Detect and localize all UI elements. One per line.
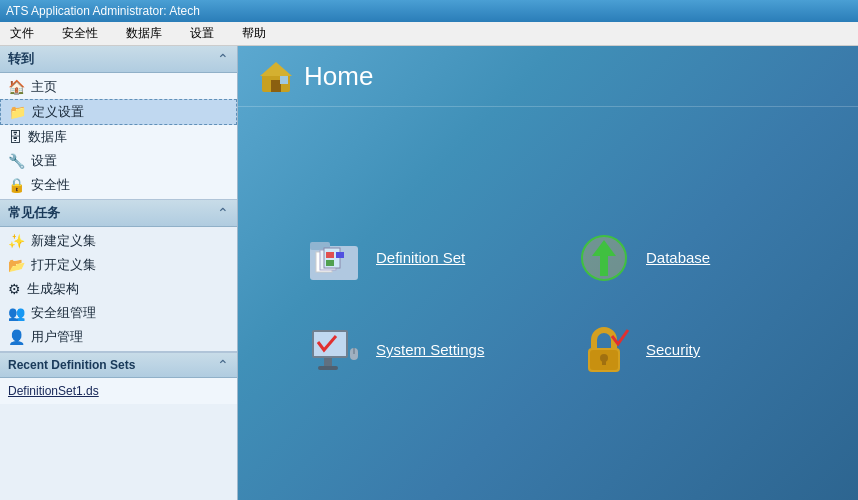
- svg-rect-24: [602, 359, 606, 365]
- user-mgmt-icon: 👤: [8, 329, 25, 345]
- recent-item-1[interactable]: DefinitionSet1.ds: [8, 382, 229, 400]
- task-user-mgmt-label: 用户管理: [31, 328, 83, 346]
- database-label: Database: [646, 249, 710, 266]
- title-text: ATS Application Administrator: Atech: [6, 4, 200, 18]
- main-layout: 转到 ⌃ 🏠 主页 📁 定义设置 🗄 数据库 🔧 设置: [0, 46, 858, 500]
- sidebar: 转到 ⌃ 🏠 主页 📁 定义设置 🗄 数据库 🔧 设置: [0, 46, 238, 500]
- navigate-section-title: 转到: [8, 50, 34, 68]
- recent-collapse-icon: ⌃: [217, 357, 229, 373]
- sidebar-item-security[interactable]: 🔒 安全性: [0, 173, 237, 197]
- task-open-def-label: 打开定义集: [31, 256, 96, 274]
- grid-item-system-settings[interactable]: System Settings: [278, 304, 548, 396]
- page-title: Home: [304, 61, 373, 92]
- system-settings-icon: [308, 324, 360, 376]
- tasks-section-header[interactable]: 常见任务 ⌃: [0, 200, 237, 227]
- task-sec-group-label: 安全组管理: [31, 304, 96, 322]
- svg-rect-11: [336, 252, 344, 258]
- sidebar-item-settings[interactable]: 🔧 设置: [0, 149, 237, 173]
- grid-item-definition-set[interactable]: Definition Set: [278, 212, 548, 304]
- sidebar-item-database[interactable]: 🗄 数据库: [0, 125, 237, 149]
- grid-item-database[interactable]: Database: [548, 212, 818, 304]
- home-icon: 🏠: [8, 79, 25, 95]
- task-open-def[interactable]: 📂 打开定义集: [0, 253, 237, 277]
- recent-section-title: Recent Definition Sets: [8, 358, 135, 372]
- tasks-collapse-icon: ⌃: [217, 205, 229, 221]
- navigate-section: 转到 ⌃ 🏠 主页 📁 定义设置 🗄 数据库 🔧 设置: [0, 46, 237, 200]
- sidebar-item-settings-label: 设置: [31, 152, 57, 170]
- svg-rect-9: [326, 252, 334, 258]
- database-nav-icon: 🗄: [8, 129, 22, 145]
- sidebar-item-defset-label: 定义设置: [32, 103, 84, 121]
- recent-items: DefinitionSet1.ds: [0, 378, 237, 404]
- database-icon: [578, 232, 630, 284]
- menu-file[interactable]: 文件: [4, 23, 40, 44]
- gen-struct-icon: ⚙: [8, 281, 21, 297]
- definition-set-icon: [308, 232, 360, 284]
- menu-bar: 文件 安全性 数据库 设置 帮助: [0, 22, 858, 46]
- svg-rect-10: [326, 260, 334, 266]
- content-area: Home: [238, 46, 858, 500]
- menu-help[interactable]: 帮助: [236, 23, 272, 44]
- content-grid: Definition Set Database: [238, 107, 858, 500]
- sidebar-item-security-label: 安全性: [31, 176, 70, 194]
- menu-database[interactable]: 数据库: [120, 23, 168, 44]
- grid-item-security[interactable]: Security: [548, 304, 818, 396]
- sec-group-icon: 👥: [8, 305, 25, 321]
- content-header: Home: [238, 46, 858, 107]
- security-label: Security: [646, 341, 700, 358]
- svg-rect-18: [318, 366, 338, 370]
- title-bar: ATS Application Administrator: Atech: [0, 0, 858, 22]
- task-new-def[interactable]: ✨ 新建定义集: [0, 229, 237, 253]
- new-def-icon: ✨: [8, 233, 25, 249]
- svg-rect-2: [271, 80, 281, 92]
- security-icon: [578, 324, 630, 376]
- defset-icon: 📁: [9, 104, 26, 120]
- task-gen-struct[interactable]: ⚙ 生成架构: [0, 277, 237, 301]
- tasks-section: 常见任务 ⌃ ✨ 新建定义集 📂 打开定义集 ⚙ 生成架构 👥 安: [0, 200, 237, 352]
- navigate-section-header[interactable]: 转到 ⌃: [0, 46, 237, 73]
- task-new-def-label: 新建定义集: [31, 232, 96, 250]
- sidebar-item-home-label: 主页: [31, 78, 57, 96]
- task-user-mgmt[interactable]: 👤 用户管理: [0, 325, 237, 349]
- definition-set-label: Definition Set: [376, 249, 465, 266]
- tasks-items: ✨ 新建定义集 📂 打开定义集 ⚙ 生成架构 👥 安全组管理 👤 用户: [0, 227, 237, 351]
- task-sec-group[interactable]: 👥 安全组管理: [0, 301, 237, 325]
- open-def-icon: 📂: [8, 257, 25, 273]
- svg-marker-1: [260, 62, 292, 76]
- tasks-section-title: 常见任务: [8, 204, 60, 222]
- recent-section: Recent Definition Sets ⌃ DefinitionSet1.…: [0, 352, 237, 500]
- menu-settings[interactable]: 设置: [184, 23, 220, 44]
- sidebar-item-home[interactable]: 🏠 主页: [0, 75, 237, 99]
- sidebar-item-defset[interactable]: 📁 定义设置: [0, 99, 237, 125]
- security-nav-icon: 🔒: [8, 177, 25, 193]
- navigate-collapse-icon: ⌃: [217, 51, 229, 67]
- menu-security[interactable]: 安全性: [56, 23, 104, 44]
- settings-nav-icon: 🔧: [8, 153, 25, 169]
- system-settings-label: System Settings: [376, 341, 484, 358]
- recent-section-header[interactable]: Recent Definition Sets ⌃: [0, 353, 237, 378]
- svg-rect-3: [280, 76, 288, 84]
- home-header-icon: [258, 58, 294, 94]
- svg-rect-17: [324, 358, 332, 366]
- sidebar-item-database-label: 数据库: [28, 128, 67, 146]
- task-gen-struct-label: 生成架构: [27, 280, 79, 298]
- navigate-items: 🏠 主页 📁 定义设置 🗄 数据库 🔧 设置 🔒 安全性: [0, 73, 237, 199]
